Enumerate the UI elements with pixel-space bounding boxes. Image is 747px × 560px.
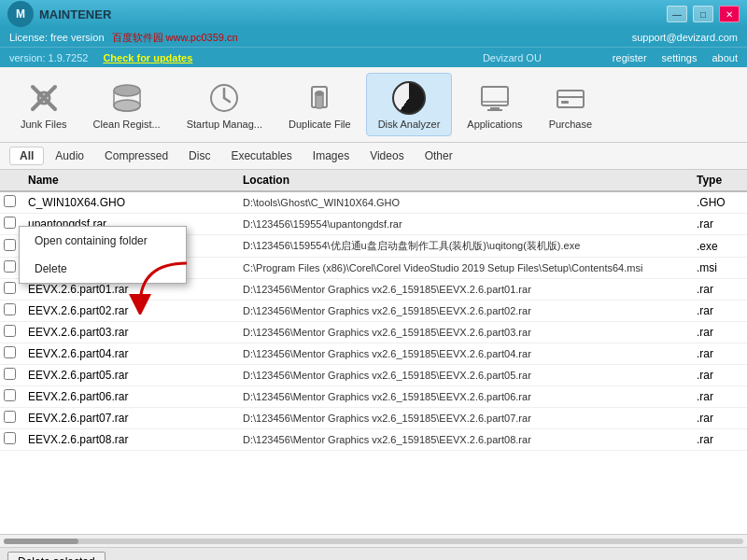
row-location: D:\123456\159554\upantongdsf.rar — [237, 218, 691, 230]
version-label: version: 1.9.7252 — [9, 52, 88, 63]
menu-item-register[interactable]: register — [613, 52, 647, 63]
row-type: .rar — [691, 283, 747, 296]
check-updates-link[interactable]: Check for updates — [103, 52, 192, 63]
filter-tab-all[interactable]: All — [9, 147, 44, 165]
table-header: Name Location Type — [0, 170, 747, 192]
support-email: support@devizard.com — [632, 32, 738, 43]
table-row[interactable]: EEVX.2.6.part08.rar D:\123456\Mentor Gra… — [0, 429, 747, 451]
row-name: EEVX.2.6.part04.rar — [22, 347, 237, 360]
company-name: Devizard OU — [483, 52, 542, 63]
row-checkbox[interactable] — [0, 195, 22, 210]
row-type: .rar — [691, 369, 747, 382]
disk-label: Disk Analyzer — [378, 119, 441, 130]
row-checkbox[interactable] — [0, 389, 22, 404]
close-button[interactable]: ✕ — [719, 6, 740, 22]
row-name: EEVX.2.6.part02.rar — [22, 304, 237, 317]
row-location: D:\123456\Mentor Graphics vx2.6_159185\E… — [237, 284, 691, 295]
row-location: D:\123456\Mentor Graphics vx2.6_159185\E… — [237, 348, 691, 359]
row-location: D:\123456\159554\优启通u盘启动盘制作工具(装机版)\uqito… — [237, 239, 691, 253]
disk-icon — [390, 79, 428, 117]
svg-text:M: M — [16, 7, 25, 21]
svg-point-6 — [114, 100, 140, 111]
filter-tab-audio[interactable]: Audio — [46, 147, 93, 164]
startup-icon — [205, 79, 243, 117]
main-area: Name Location Type C_WIN10X64.GHO D:\too… — [0, 170, 747, 534]
applications-label: Applications — [467, 119, 522, 130]
row-type: .rar — [691, 217, 747, 231]
table-row[interactable]: EEVX.2.6.part02.rar D:\123456\Mentor Gra… — [0, 301, 747, 322]
row-checkbox[interactable] — [0, 368, 22, 383]
menu-item-settings[interactable]: settings — [662, 52, 698, 63]
svg-line-9 — [224, 98, 230, 102]
filter-tab-executables[interactable]: Executables — [221, 147, 301, 164]
filter-tab-disc[interactable]: Disc — [179, 147, 219, 164]
row-type: .msi — [691, 261, 747, 274]
purchase-icon — [552, 79, 589, 117]
row-checkbox[interactable] — [0, 432, 22, 447]
row-location: D:\123456\Mentor Graphics vx2.6_159185\E… — [237, 413, 691, 424]
bottom-bar: Delete selected — [0, 547, 747, 560]
maximize-button[interactable]: □ — [693, 6, 713, 22]
row-location: D:\123456\Mentor Graphics vx2.6_159185\E… — [237, 370, 691, 381]
row-type: .rar — [691, 433, 747, 446]
toolbar-btn-disk[interactable]: Disk Analyzer — [366, 73, 453, 136]
filter-tab-images[interactable]: Images — [303, 147, 359, 164]
registry-label: Clean Regist... — [93, 119, 161, 130]
license-label: License: free version — [9, 32, 105, 43]
toolbar-btn-registry[interactable]: Clean Regist... — [82, 74, 172, 135]
row-type: .exe — [691, 240, 747, 253]
registry-icon — [108, 79, 146, 117]
ctx-delete[interactable]: Delete — [20, 255, 186, 283]
filter-tab-other[interactable]: Other — [416, 147, 462, 164]
minimize-button[interactable]: — — [667, 6, 687, 22]
row-checkbox[interactable] — [0, 303, 22, 318]
row-checkbox[interactable] — [0, 282, 22, 297]
logo-area: M MAINTENER — [7, 1, 667, 27]
table-row[interactable]: EEVX.2.6.part03.rar D:\123456\Mentor Gra… — [0, 322, 747, 343]
delete-selected-button[interactable]: Delete selected — [7, 552, 106, 561]
row-location: D:\123456\Mentor Graphics vx2.6_159185\E… — [237, 305, 691, 316]
row-checkbox[interactable] — [0, 411, 22, 426]
row-name: EEVX.2.6.part06.rar — [22, 390, 237, 403]
row-name: EEVX.2.6.part07.rar — [22, 412, 237, 425]
row-location: D:\123456\Mentor Graphics vx2.6_159185\E… — [237, 434, 691, 445]
svg-rect-16 — [557, 91, 584, 107]
toolbar-btn-applications[interactable]: Applications — [456, 74, 533, 135]
app-title: MAINTENER — [39, 7, 111, 21]
svg-rect-18 — [561, 101, 569, 104]
info-bar: License: free version 百度软件园 www.pc0359.c… — [0, 28, 747, 47]
header-check — [0, 174, 22, 187]
toolbar-btn-junk[interactable]: Junk Files — [9, 74, 78, 135]
horizontal-scrollbar[interactable] — [0, 534, 747, 547]
filter-tab-compressed[interactable]: Compressed — [95, 147, 177, 164]
menu-item-about[interactable]: about — [712, 52, 738, 63]
row-location: D:\123456\Mentor Graphics vx2.6_159185\E… — [237, 391, 691, 402]
toolbar-btn-startup[interactable]: Startup Manag... — [176, 74, 274, 135]
header-location: Location — [237, 174, 691, 187]
table-row[interactable]: EEVX.2.6.part07.rar D:\123456\Mentor Gra… — [0, 408, 747, 429]
title-bar: M MAINTENER — □ ✕ — [0, 0, 747, 28]
row-checkbox[interactable] — [0, 325, 22, 340]
svg-point-11 — [315, 91, 324, 96]
row-type: .rar — [691, 347, 747, 360]
applications-icon — [476, 79, 514, 117]
row-name: EEVX.2.6.part05.rar — [22, 369, 237, 382]
filter-tab-videos[interactable]: Videos — [360, 147, 413, 164]
table-row[interactable]: EEVX.2.6.part04.rar D:\123456\Mentor Gra… — [0, 343, 747, 365]
table-row[interactable]: C_WIN10X64.GHO D:\tools\Ghost\C_WIN10X64… — [0, 192, 747, 214]
ctx-open-folder[interactable]: Open containing folder — [20, 227, 186, 255]
toolbar-btn-duplicate[interactable]: Duplicate File — [277, 74, 362, 135]
window-controls: — □ ✕ — [667, 6, 740, 22]
row-type: .rar — [691, 326, 747, 339]
table-row[interactable]: EEVX.2.6.part05.rar D:\123456\Mentor Gra… — [0, 365, 747, 386]
toolbar-btn-purchase[interactable]: Purchase — [538, 74, 603, 135]
row-name: EEVX.2.6.part03.rar — [22, 326, 237, 339]
filter-tabs: AllAudioCompressedDiscExecutablesImagesV… — [0, 143, 747, 170]
table-row[interactable]: EEVX.2.6.part06.rar D:\123456\Mentor Gra… — [0, 386, 747, 408]
watermark-text: 百度软件园 www.pc0359.cn — [112, 31, 238, 45]
row-location: C:\Program Files (x86)\Corel\Corel Video… — [237, 262, 691, 273]
startup-label: Startup Manag... — [187, 119, 262, 130]
row-checkbox[interactable] — [0, 346, 22, 361]
svg-rect-12 — [482, 87, 508, 105]
header-type: Type — [691, 174, 747, 187]
